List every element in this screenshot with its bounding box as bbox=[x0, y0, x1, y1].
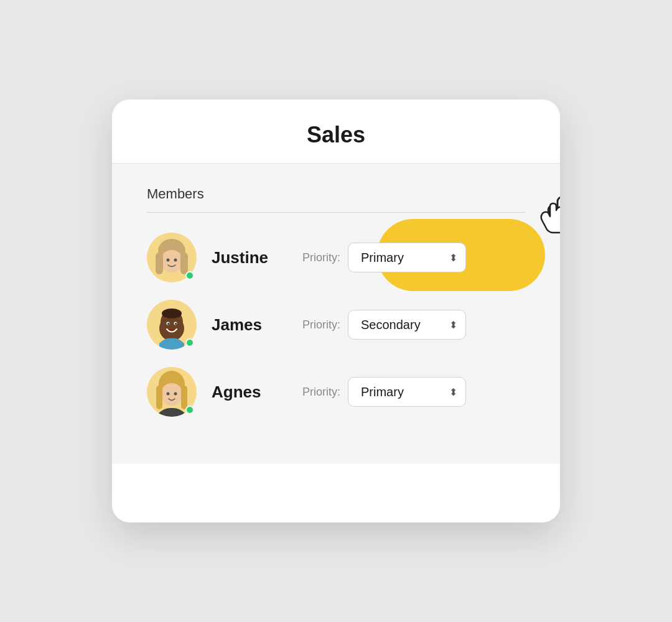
members-section-label: Members bbox=[147, 186, 525, 202]
avatar-wrap-justine bbox=[147, 233, 197, 282]
member-row-agnes: Agnes Priority: Primary Secondary ⬍ bbox=[147, 367, 525, 417]
cursor-hand-icon bbox=[517, 197, 560, 246]
online-indicator-agnes bbox=[185, 406, 194, 414]
priority-select-wrap-justine: Primary Secondary ⬍ bbox=[348, 243, 466, 272]
online-indicator-justine bbox=[185, 271, 194, 280]
svg-rect-18 bbox=[156, 386, 162, 409]
svg-point-5 bbox=[167, 259, 170, 262]
svg-point-14 bbox=[175, 323, 177, 325]
card-header: Sales bbox=[112, 100, 560, 164]
sales-card: Sales Members bbox=[112, 100, 560, 522]
priority-select-justine[interactable]: Primary Secondary bbox=[348, 243, 466, 272]
svg-point-17 bbox=[161, 383, 183, 406]
svg-point-21 bbox=[174, 392, 177, 396]
priority-label-james: Priority: bbox=[302, 318, 340, 332]
priority-select-wrap-agnes: Primary Secondary ⬍ bbox=[348, 377, 466, 407]
priority-select-james[interactable]: Primary Secondary bbox=[348, 310, 466, 340]
svg-point-13 bbox=[167, 323, 169, 325]
priority-label-justine: Priority: bbox=[302, 251, 340, 264]
svg-rect-19 bbox=[181, 386, 187, 409]
avatar-wrap-agnes bbox=[147, 367, 197, 417]
member-row-justine: Justine Priority: Primary Secondary ⬍ bbox=[147, 233, 525, 282]
online-indicator-james bbox=[185, 338, 194, 347]
priority-select-agnes[interactable]: Primary Secondary bbox=[348, 377, 466, 407]
member-name-agnes: Agnes bbox=[212, 383, 292, 402]
member-name-james: James bbox=[212, 315, 292, 335]
svg-rect-4 bbox=[180, 253, 188, 274]
svg-point-20 bbox=[167, 392, 170, 396]
member-row-james: James Priority: Primary Secondary ⬍ bbox=[147, 300, 525, 350]
svg-point-2 bbox=[161, 250, 183, 272]
priority-select-wrap-james: Primary Secondary ⬍ bbox=[348, 310, 466, 340]
svg-rect-3 bbox=[156, 253, 163, 274]
svg-point-6 bbox=[174, 259, 177, 262]
svg-point-10 bbox=[162, 309, 182, 318]
card-body: Members bbox=[112, 164, 560, 464]
member-name-justine: Justine bbox=[212, 248, 292, 267]
avatar-wrap-james bbox=[147, 300, 197, 350]
card-title: Sales bbox=[112, 122, 560, 148]
priority-label-agnes: Priority: bbox=[302, 386, 340, 399]
divider bbox=[147, 212, 525, 213]
